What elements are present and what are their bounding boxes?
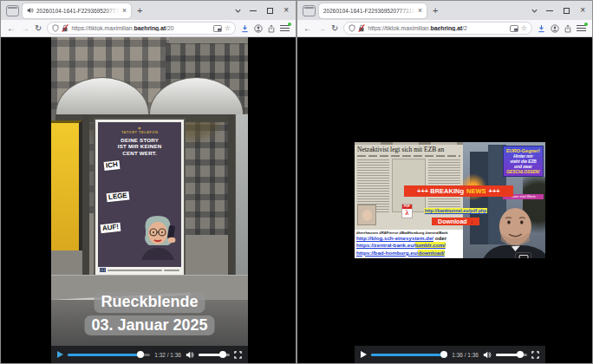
menu-icon[interactable] [280, 24, 290, 32]
poster-footer [98, 267, 182, 274]
volume-knob[interactable] [517, 351, 524, 358]
video-surface[interactable]: Netzaktivist legt sich mit EZB an [355, 142, 545, 258]
new-tab-button[interactable]: + [137, 6, 142, 16]
newspaper-headline: Netzaktivist legt sich mit EZB an [355, 145, 463, 154]
url-text: https://tiktok.maximilian.baehring.at/2 [368, 25, 506, 31]
download-button: Download↓ [432, 218, 479, 225]
tab-bar: 20260104-1641-F2293695207773182 × + × [297, 1, 592, 20]
reload-button[interactable]: ↻ [331, 24, 338, 33]
firefox-view-icon[interactable] [6, 5, 19, 16]
tatort-telefon-poster: ◆TATORT TELEFON DEINE STORY IST MIR KEIN… [98, 122, 182, 274]
newspaper-subhead [357, 155, 460, 157]
video-caption: Rueckblende 03. Januar 2025 [51, 289, 248, 335]
window-controls: × [250, 6, 289, 15]
page-content: ◆TATORT TELEFON DEINE STORY IST MIR KEIN… [1, 37, 296, 363]
euro-gegner-box: EURO-Gegner! Hinter mir steht die EZB un… [503, 146, 544, 177]
progress-knob[interactable] [440, 351, 447, 358]
video-controls: 1:36 / 1:36 [355, 346, 545, 363]
minimize-button[interactable] [250, 10, 257, 11]
tab-audio-icon[interactable] [27, 7, 34, 14]
bookmark-star-icon[interactable]: ☆ [521, 25, 527, 32]
account-icon[interactable] [551, 24, 559, 33]
poster-display-case: ◆TATORT TELEFON DEINE STORY IST MIR KEIN… [94, 118, 186, 278]
firefox-view-icon[interactable] [303, 5, 316, 16]
caption-line-1: Rueckblende [94, 292, 205, 312]
forward-button[interactable]: → [21, 24, 29, 33]
close-window-button[interactable]: × [283, 6, 289, 15]
progress-bar[interactable] [68, 354, 150, 356]
fullscreen-icon[interactable] [234, 351, 242, 359]
bookmark-star-icon[interactable]: ☆ [225, 25, 231, 32]
picture-in-picture-icon[interactable] [510, 25, 518, 32]
maximize-button[interactable] [564, 8, 570, 14]
banktunnel-url: http://banktunnel.eu/pdf.php [424, 208, 488, 213]
newspaper-photo [357, 205, 376, 225]
poster-shout-boxes: ICH LEGE AUF! [98, 159, 182, 266]
progress-knob[interactable] [137, 351, 144, 358]
tab-title: 20260104-1641-F2293695207773182 [36, 8, 120, 14]
link-line: https://bad-homburg.eu/download/ [356, 250, 461, 257]
page-content: Netzaktivist legt sich mit EZB an [297, 37, 592, 363]
link-line: http://blog.sch-einesystem.de/ oder [356, 235, 461, 242]
list-tabs-chevron-icon[interactable] [531, 7, 538, 15]
tab-bar: 20260104-1641-F2293695207773182 × + × [1, 1, 296, 20]
mute-icon[interactable] [483, 351, 492, 359]
tab-title: 20260104-1641-F2293695207773182 [323, 8, 415, 14]
time-display: 1:36 / 1:36 [452, 352, 479, 358]
tracking-shield-icon[interactable] [349, 24, 355, 32]
browser-tab[interactable]: 20260104-1641-F2293695207773182 × [23, 3, 131, 18]
downloads-icon[interactable] [538, 24, 545, 33]
shelter-post [228, 114, 235, 287]
browser-tab[interactable]: 20260104-1641-F2293695207773182 × [319, 3, 427, 18]
url-text: https://tiktok.maximilian.baehring.at/20 [71, 25, 210, 31]
links-block: #herrhausen #RAFterror #BadHomburg #zent… [355, 230, 463, 258]
downloads-icon[interactable] [241, 24, 249, 33]
update-badge [288, 23, 291, 26]
account-icon[interactable] [254, 24, 263, 33]
menu-icon[interactable] [577, 24, 586, 32]
close-window-button[interactable]: × [580, 6, 585, 15]
share-icon[interactable] [268, 24, 275, 33]
insecure-lock-icon[interactable] [62, 24, 68, 32]
volume-knob[interactable] [219, 351, 226, 358]
tracking-shield-icon[interactable] [52, 24, 59, 32]
share-icon[interactable] [564, 24, 571, 33]
picture-in-picture-icon[interactable] [213, 25, 222, 32]
back-button[interactable]: ← [7, 24, 16, 33]
reload-button[interactable]: ↻ [35, 24, 42, 33]
mute-icon[interactable] [186, 351, 194, 359]
insecure-lock-icon[interactable] [358, 24, 365, 32]
list-tabs-chevron-icon[interactable] [234, 7, 242, 15]
play-button[interactable] [57, 351, 63, 358]
poster-woman-illustration [130, 212, 182, 260]
poster-headline: DEINE STORY IST MIR KEINEN CENT WERT. [118, 137, 162, 156]
breaking-news-banner: +++ BREAKINgNEWS+++ [404, 185, 512, 197]
forward-button[interactable]: → [317, 24, 326, 33]
minimize-button[interactable] [546, 10, 553, 11]
new-tab-button[interactable]: + [433, 6, 438, 16]
progress-bar[interactable] [371, 354, 447, 356]
close-tab-icon[interactable]: × [418, 7, 422, 15]
back-button[interactable]: ← [303, 24, 312, 33]
pdf-download-area: http://banktunnel.eu/pdf.php Download↓ [410, 200, 502, 225]
yellow-kiosk [51, 120, 82, 250]
url-bar[interactable]: https://tiktok.maximilian.baehring.at/2 … [343, 22, 532, 35]
play-button[interactable] [361, 351, 367, 358]
shelter-glass-panel [235, 114, 248, 275]
shelter-post [82, 114, 89, 287]
navigation-toolbar: ← → ↻ https://tiktok.maximilian.baehring… [1, 20, 296, 37]
maximize-button[interactable] [267, 8, 273, 14]
video-surface[interactable]: ◆TATORT TELEFON DEINE STORY IST MIR KEIN… [51, 37, 248, 346]
poster-brand: ◆TATORT TELEFON [121, 126, 158, 134]
browser-window-right: 20260104-1641-F2293695207773182 × + × ← … [296, 0, 593, 364]
volume-slider[interactable] [496, 354, 527, 356]
caption-line-2: 03. Januar 2025 [84, 315, 214, 335]
link-line: https://zentral-bank.eu/tumblr.com/ [356, 242, 461, 249]
close-tab-icon[interactable]: × [122, 7, 127, 15]
fullscreen-icon[interactable] [531, 351, 539, 359]
navigation-toolbar: ← → ↻ https://tiktok.maximilian.baehring… [297, 20, 592, 37]
url-bar[interactable]: https://tiktok.maximilian.baehring.at/20… [47, 22, 236, 35]
volume-slider[interactable] [199, 354, 230, 356]
update-badge [584, 23, 588, 26]
pip-toggle-button[interactable] [515, 252, 531, 258]
